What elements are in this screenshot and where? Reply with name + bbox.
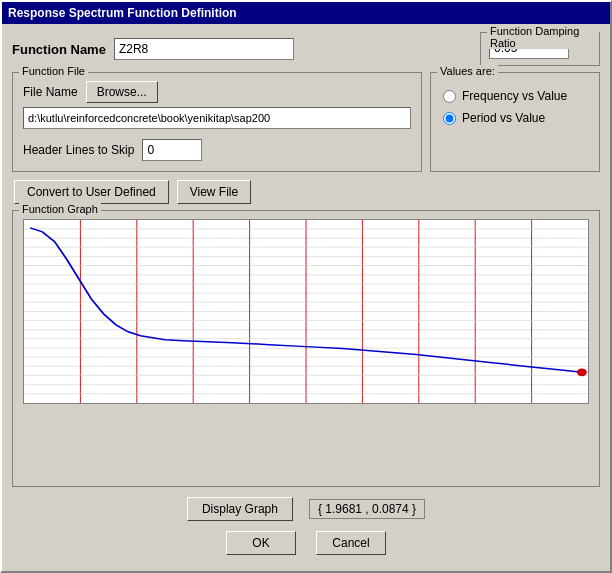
browse-button[interactable]: Browse... — [86, 81, 158, 103]
graph-canvas — [23, 219, 589, 404]
file-path-input[interactable] — [23, 107, 411, 129]
main-window: Response Spectrum Function Definition Fu… — [0, 0, 612, 573]
damping-legend: Function Damping Ratio — [487, 25, 599, 49]
cancel-button[interactable]: Cancel — [316, 531, 386, 555]
title-bar: Response Spectrum Function Definition — [2, 2, 610, 24]
function-file-group: Function File File Name Browse... Header… — [12, 72, 422, 172]
function-name-input[interactable] — [114, 38, 294, 60]
frequency-radio[interactable] — [443, 90, 456, 103]
content-area: Function Name Function Damping Ratio Fun… — [2, 24, 610, 571]
action-buttons-row: Convert to User Defined View File — [12, 180, 600, 204]
damping-group: Function Damping Ratio — [480, 32, 600, 66]
period-radio-row: Period vs Value — [443, 111, 587, 125]
function-name-label: Function Name — [12, 42, 106, 57]
header-row: Header Lines to Skip — [23, 139, 411, 161]
graph-legend: Function Graph — [19, 203, 101, 215]
view-file-button[interactable]: View File — [177, 180, 251, 204]
svg-point-29 — [577, 368, 587, 376]
period-radio[interactable] — [443, 112, 456, 125]
function-graph-group: Function Graph — [12, 210, 600, 487]
header-lines-input[interactable] — [142, 139, 202, 161]
coordinates-display: { 1.9681 , 0.0874 } — [309, 499, 425, 519]
convert-button[interactable]: Convert to User Defined — [14, 180, 169, 204]
display-graph-button[interactable]: Display Graph — [187, 497, 293, 521]
graph-svg — [24, 220, 588, 403]
values-legend: Values are: — [437, 65, 498, 77]
period-label[interactable]: Period vs Value — [462, 111, 545, 125]
frequency-radio-row: Frequency vs Value — [443, 89, 587, 103]
frequency-label[interactable]: Frequency vs Value — [462, 89, 567, 103]
bottom-row: Display Graph { 1.9681 , 0.0874 } — [12, 493, 600, 525]
function-file-legend: Function File — [19, 65, 88, 77]
values-group: Values are: Frequency vs Value Period vs… — [430, 72, 600, 172]
middle-row: Function File File Name Browse... Header… — [12, 72, 600, 172]
dialog-buttons: OK Cancel — [12, 531, 600, 563]
window-title: Response Spectrum Function Definition — [8, 6, 237, 20]
function-name-group: Function Name — [12, 38, 470, 60]
file-name-label: File Name — [23, 85, 78, 99]
ok-button[interactable]: OK — [226, 531, 296, 555]
header-lines-label: Header Lines to Skip — [23, 143, 134, 157]
top-row: Function Name Function Damping Ratio — [12, 32, 600, 66]
file-row: File Name Browse... — [23, 81, 411, 103]
